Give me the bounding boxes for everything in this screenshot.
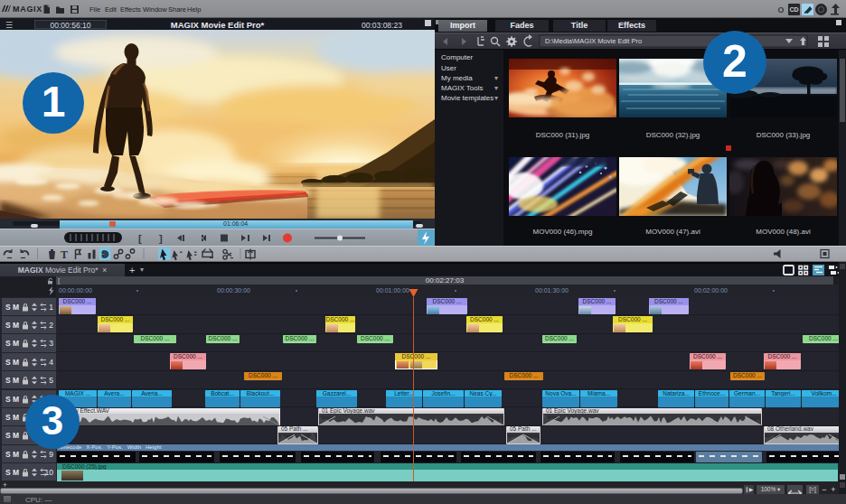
svg-text:]: ] xyxy=(159,233,163,244)
svg-text:D:\Media\MAGIX Movie Edit Pro: D:\Media\MAGIX Movie Edit Pro xyxy=(545,37,642,45)
svg-text:CD: CD xyxy=(789,6,798,13)
svg-text:[: [ xyxy=(138,233,142,244)
svg-text:T: T xyxy=(61,248,68,261)
